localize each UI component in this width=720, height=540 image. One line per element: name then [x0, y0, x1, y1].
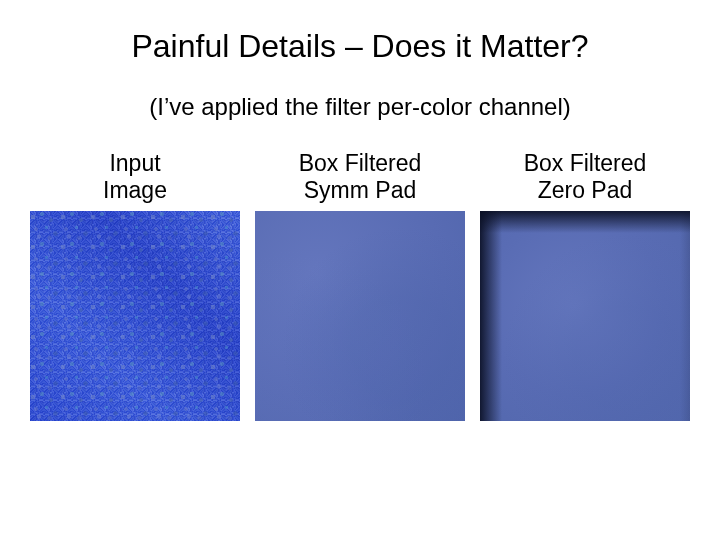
slide: Painful Details – Does it Matter? (I’ve … [0, 0, 720, 540]
slide-title: Painful Details – Does it Matter? [0, 0, 720, 65]
slide-subtitle: (I’ve applied the filter per-color chann… [0, 93, 720, 121]
box-filtered-zero-pad-image [480, 211, 690, 421]
panel-symm: Box FilteredSymm Pad [255, 149, 465, 421]
panels-row: InputImage Box FilteredSymm Pad Box Filt… [0, 149, 720, 421]
panel-label-symm: Box FilteredSymm Pad [299, 149, 422, 205]
panel-label-zero: Box FilteredZero Pad [524, 149, 647, 205]
input-image [30, 211, 240, 421]
panel-zero: Box FilteredZero Pad [480, 149, 690, 421]
panel-input: InputImage [30, 149, 240, 421]
box-filtered-symm-pad-image [255, 211, 465, 421]
panel-label-input: InputImage [103, 149, 167, 205]
